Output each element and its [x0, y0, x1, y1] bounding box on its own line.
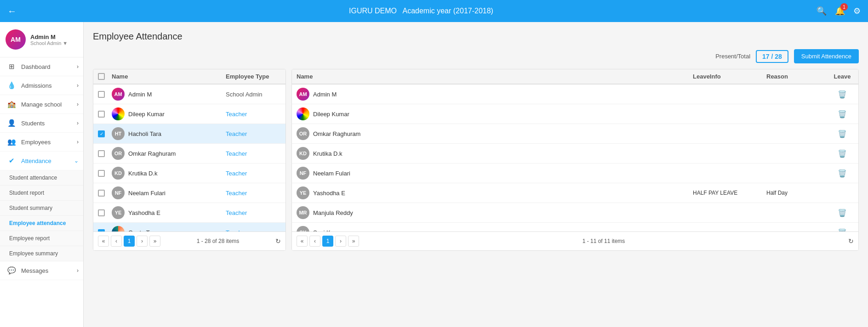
employee-name: Yashodha E	[128, 209, 160, 216]
employee-name: Neelam Fulari	[128, 190, 166, 197]
header: ← IGURU DEMO Academic year (2017-2018) 🔍…	[0, 0, 868, 22]
students-icon: 👤	[6, 119, 17, 127]
table-row[interactable]: Dileep Kumar 🗑️	[292, 104, 858, 124]
leave-icon[interactable]: 🗑️	[838, 228, 847, 232]
leave-action[interactable]: 🗑️	[831, 169, 854, 178]
avatar: YE	[297, 186, 309, 199]
first-page-button[interactable]: «	[98, 236, 109, 247]
table-row[interactable]: KD Krutika D.k Teacher	[93, 164, 286, 183]
row-checkbox[interactable]	[98, 91, 105, 98]
last-page-button-r[interactable]: »	[348, 236, 359, 247]
prev-page-button-r[interactable]: ‹	[309, 236, 320, 247]
employee-name: Dileep Kumar	[128, 111, 165, 118]
back-button[interactable]: ←	[7, 6, 17, 17]
leave-icon[interactable]: 🗑️	[838, 209, 847, 217]
leave-icon[interactable]: 🗑️	[838, 130, 847, 138]
table-row[interactable]: ✓ Geeta T Teacher	[93, 223, 286, 231]
sidebar-item-student-summary[interactable]: Student summary	[0, 201, 83, 216]
refresh-icon-r[interactable]: ↻	[848, 237, 854, 245]
leave-action[interactable]: 🗑️	[831, 149, 854, 158]
row-checkbox[interactable]	[98, 111, 105, 118]
header-icons: 🔍 🔔 1 ⚙	[817, 6, 861, 16]
leave-icon[interactable]: 🗑️	[838, 110, 847, 118]
first-page-button-r[interactable]: «	[297, 236, 308, 247]
profile-info: Admin M School Admin ▼	[30, 34, 68, 46]
table-row[interactable]: Dileep Kumar Teacher	[93, 104, 286, 124]
table-row[interactable]: NF Neelam Fulari Teacher	[93, 183, 286, 203]
table-row[interactable]: SK Sasi Kumar 🗑️	[292, 223, 858, 231]
left-table-body: AM Admin M School Admin Dileep Kumar Tea…	[93, 85, 286, 231]
employee-name: Admin M	[313, 91, 337, 98]
academic-year: Academic year (2017-2018)	[403, 7, 493, 15]
avatar: KD	[112, 167, 125, 180]
next-page-button[interactable]: ›	[137, 236, 148, 247]
notification-badge: 1	[840, 3, 848, 11]
notifications-icon[interactable]: 🔔 1	[835, 6, 845, 16]
leave-icon[interactable]: 🗑️	[838, 169, 847, 178]
sidebar-item-student-report[interactable]: Student report	[0, 186, 83, 201]
sidebar-item-admissions[interactable]: 💧 Admissions ›	[0, 76, 83, 95]
employee-type: Teacher	[226, 190, 281, 197]
sidebar-item-manage-school[interactable]: 🏫 Manage school ›	[0, 95, 83, 114]
page-1-button[interactable]: 1	[124, 236, 135, 247]
table-row[interactable]: AM Admin M 🗑️	[292, 85, 858, 104]
settings-icon[interactable]: ⚙	[853, 6, 861, 16]
profile-role[interactable]: School Admin ▼	[30, 40, 68, 46]
prev-page-button[interactable]: ‹	[111, 236, 122, 247]
row-checkbox[interactable]	[98, 209, 105, 216]
avatar: HT	[112, 127, 125, 140]
leave-action[interactable]: 🗑️	[831, 110, 854, 118]
submit-attendance-button[interactable]: Submit Attendence	[794, 49, 859, 63]
sidebar-item-employee-summary[interactable]: Employee summary	[0, 246, 83, 261]
table-row[interactable]: OR Omkar Raghuram Teacher	[93, 144, 286, 164]
page-1-button-r[interactable]: 1	[322, 236, 333, 247]
sidebar-item-label: Messages	[21, 267, 48, 274]
avatar: AM	[112, 88, 125, 101]
sidebar-item-employees[interactable]: 👥 Employees ›	[0, 133, 83, 152]
sidebar-item-student-attendance[interactable]: Student attendance	[0, 170, 83, 186]
table-row[interactable]: YE Yashodha E Teacher	[93, 203, 286, 223]
employee-name: Manjula Reddy	[313, 209, 353, 216]
last-page-button[interactable]: »	[149, 236, 160, 247]
sidebar-item-students[interactable]: 👤 Students ›	[0, 114, 83, 133]
employee-name: Krutika D.k	[313, 150, 343, 157]
leave-action[interactable]: 🗑️	[831, 130, 854, 138]
leave-icon[interactable]: 🗑️	[838, 90, 847, 99]
sidebar-item-employee-attendance[interactable]: Employee attendance	[0, 216, 83, 231]
leave-action[interactable]: 🗑️	[831, 209, 854, 217]
row-checkbox[interactable]	[98, 190, 105, 197]
sidebar-item-attendance[interactable]: ✔ Attendance ⌄	[0, 152, 83, 170]
leave-icon[interactable]: 🗑️	[838, 149, 847, 158]
select-all-checkbox[interactable]	[98, 73, 105, 80]
table-row[interactable]: YE Yashodha E HALF PAY LEAVE Half Day	[292, 183, 858, 203]
row-checkbox[interactable]: ✓	[98, 229, 105, 232]
left-table-pagination: « ‹ 1 › » 1 - 28 of 28 items ↻	[93, 231, 286, 250]
refresh-icon[interactable]: ↻	[275, 237, 281, 245]
avatar: AM	[297, 88, 309, 101]
table-row[interactable]: ✓ HT Hacholi Tara Teacher	[93, 124, 286, 144]
main-layout: AM Admin M School Admin ▼ ⊞ Dashboard › …	[0, 22, 868, 327]
reason: Half Day	[766, 190, 831, 196]
table-row[interactable]: KD Krutika D.k 🗑️	[292, 144, 858, 164]
leave-info: HALF PAY LEAVE	[693, 190, 766, 196]
leave-action[interactable]: 🗑️	[831, 228, 854, 232]
sidebar-item-messages[interactable]: 💬 Messages ›	[0, 261, 83, 280]
row-checkbox[interactable]	[98, 170, 105, 177]
search-icon[interactable]: 🔍	[817, 6, 827, 16]
table-row[interactable]: AM Admin M School Admin	[93, 85, 286, 104]
avatar	[112, 226, 125, 231]
sidebar-item-dashboard[interactable]: ⊞ Dashboard ›	[0, 57, 83, 76]
top-bar: Present/Total 17 / 28 Submit Attendence	[93, 49, 859, 63]
manage-school-icon: 🏫	[6, 100, 17, 108]
next-page-button-r[interactable]: ›	[335, 236, 346, 247]
sidebar-item-label: Admissions	[21, 82, 51, 89]
table-row[interactable]: NF Neelam Fulari 🗑️	[292, 164, 858, 183]
leave-action[interactable]: 🗑️	[831, 90, 854, 99]
chevron-right-icon: ›	[77, 120, 79, 126]
row-checkbox[interactable]	[98, 150, 105, 157]
content-area: Employee Attendance Present/Total 17 / 2…	[84, 22, 868, 327]
table-row[interactable]: MR Manjula Reddy 🗑️	[292, 203, 858, 223]
table-row[interactable]: OR Omkar Raghuram 🗑️	[292, 124, 858, 144]
sidebar-item-employee-report[interactable]: Employee report	[0, 231, 83, 246]
row-checkbox[interactable]: ✓	[98, 130, 105, 137]
